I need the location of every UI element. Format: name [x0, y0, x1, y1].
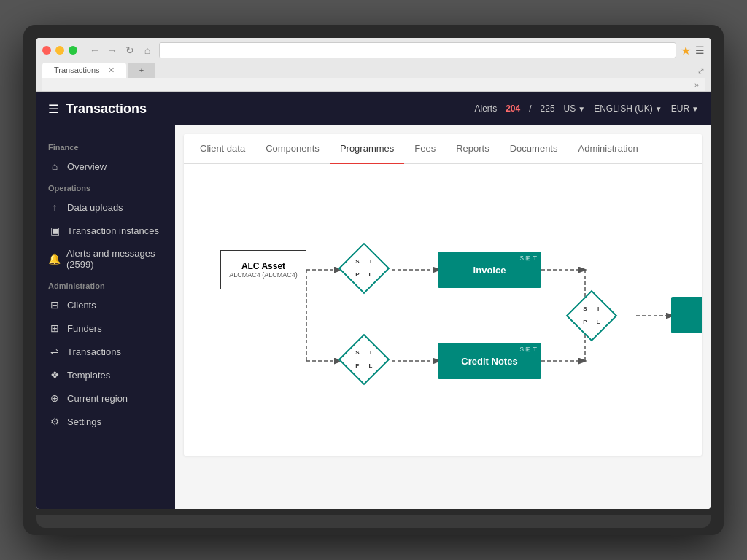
locale-lang-dropdown[interactable]: ENGLISH (UK) ▼ — [594, 104, 662, 114]
sidebar-section-operations: Operations — [36, 178, 175, 195]
sidebar-item-transactions[interactable]: ⇌ Transactions — [36, 340, 175, 363]
tab-client-data[interactable]: Client data — [190, 134, 255, 164]
alerts-total: 225 — [541, 104, 555, 114]
sidebar-toggle-button[interactable]: ☰ — [48, 102, 58, 116]
content-card: Client data Components Programmes Fees — [184, 134, 702, 456]
alerts-current: 204 — [506, 104, 520, 114]
tab-administration[interactable]: Administration — [568, 134, 648, 164]
app-header: ☰ Transactions Alerts 204 / 225 US ▼ ENG… — [36, 92, 711, 125]
tab-label: Transactions — [54, 66, 100, 74]
center-diamond: S I P L — [566, 290, 617, 341]
address-bar[interactable] — [159, 42, 676, 58]
tab-close-icon[interactable]: ✕ — [108, 66, 115, 74]
asset-box: ALC Asset ALCMAC4 (ALCMAC4) — [220, 250, 306, 289]
diagram-area: ALC Asset ALCMAC4 (ALCMAC4) S — [184, 164, 702, 456]
sidebar-item-alerts[interactable]: 🔔 Alerts and messages (2599) — [36, 242, 175, 276]
globe-icon: ⊕ — [48, 392, 61, 404]
bookmark-5[interactable] — [122, 80, 128, 89]
browser-tab-new[interactable]: + — [128, 63, 155, 78]
bookmark-3[interactable] — [85, 80, 91, 89]
bookmark-star-button[interactable]: ★ — [681, 44, 691, 58]
alerts-label: Alerts — [474, 104, 497, 114]
sidebar-item-data-uploads[interactable]: ↑ Data uploads — [36, 195, 175, 219]
tab-components[interactable]: Components — [255, 134, 330, 164]
tab-documents[interactable]: Documents — [500, 134, 568, 164]
sidebar-current-region-label: Current region — [67, 393, 128, 404]
sidebar-item-overview[interactable]: ⌂ Overview — [36, 155, 175, 178]
credit-notes-icons: $ ⊞ T — [520, 346, 537, 353]
laptop-base — [36, 515, 711, 528]
sidebar-transaction-instances-label: Transaction instances — [67, 225, 159, 236]
invoice-icons: $ ⊞ T — [520, 254, 537, 262]
page-title: Transactions — [66, 101, 474, 117]
home-button[interactable]: ⌂ — [140, 43, 155, 58]
browser-tab-transactions[interactable]: Transactions ✕ — [42, 63, 126, 78]
sidebar-item-settings[interactable]: ⚙ Settings — [36, 410, 175, 433]
sidebar-section-administration: Administration — [36, 276, 175, 293]
dot-maximize[interactable] — [69, 46, 77, 55]
laptop-shell: ← → ↻ ⌂ ★ ☰ Transactions ✕ + ⤢ — [23, 25, 724, 535]
us-chevron-icon: ▼ — [578, 105, 585, 113]
tabs-bar: Client data Components Programmes Fees — [184, 134, 702, 164]
browser-bookmarks: » — [42, 78, 705, 91]
bookmark-2[interactable] — [66, 80, 73, 89]
upload-icon: ↑ — [48, 201, 61, 213]
back-button[interactable]: ← — [88, 43, 102, 58]
credit-notes-label: Credit Notes — [461, 356, 517, 367]
transactions-icon: ⇌ — [48, 346, 61, 357]
expand-button[interactable]: ⤢ — [697, 63, 705, 78]
sidebar-section-finance: Finance — [36, 137, 175, 155]
invoice-box: $ ⊞ T Invoice — [438, 252, 541, 288]
sidebar: Finance ⌂ Overview Operations ↑ Data upl… — [36, 125, 175, 509]
bookmark-4[interactable] — [104, 80, 110, 89]
sidebar-funders-label: Funders — [67, 323, 102, 334]
bookmark-1[interactable] — [48, 80, 55, 89]
sidebar-templates-label: Templates — [67, 370, 110, 381]
funders-icon: ⊞ — [48, 322, 61, 334]
tab-programmes[interactable]: Programmes — [330, 134, 404, 164]
currency-chevron-icon: ▼ — [692, 105, 699, 113]
app-body: Finance ⌂ Overview Operations ↑ Data upl… — [36, 125, 711, 509]
main-content: Client data Components Programmes Fees — [175, 125, 711, 509]
asset-title: ALC Asset — [241, 261, 285, 271]
locale-us-label: US — [564, 104, 576, 114]
bottom-left-diamond: S I P L — [338, 334, 390, 385]
tab-reports[interactable]: Reports — [446, 134, 500, 164]
dot-close[interactable] — [42, 46, 51, 55]
alerts-separator: / — [529, 104, 531, 114]
reload-button[interactable]: ↻ — [123, 43, 137, 58]
templates-icon: ❖ — [48, 369, 61, 381]
sidebar-overview-label: Overview — [67, 161, 107, 172]
bookmarks-expand-icon[interactable]: » — [694, 80, 699, 89]
locale-currency-label: EUR — [671, 104, 689, 114]
locale-currency-dropdown[interactable]: EUR ▼ — [671, 104, 699, 114]
sidebar-alerts-label: Alerts and messages (2599) — [66, 248, 163, 270]
laptop-screen: ← → ↻ ⌂ ★ ☰ Transactions ✕ + ⤢ — [36, 38, 711, 509]
clients-icon: ⊟ — [48, 299, 61, 311]
sidebar-data-uploads-label: Data uploads — [67, 202, 123, 213]
sidebar-item-templates[interactable]: ❖ Templates — [36, 363, 175, 386]
credit-notes-box: $ ⊞ T Credit Notes — [438, 343, 541, 379]
browser-menu-button[interactable]: ☰ — [695, 44, 705, 56]
locale-us-dropdown[interactable]: US ▼ — [564, 104, 586, 114]
invoice-label: Invoice — [473, 265, 506, 276]
locale-lang-label: ENGLISH (UK) — [594, 104, 653, 114]
sidebar-item-transaction-instances[interactable]: ▣ Transaction instances — [36, 219, 175, 242]
sidebar-item-clients[interactable]: ⊟ Clients — [36, 293, 175, 316]
dot-minimize[interactable] — [55, 46, 64, 55]
new-tab-label: + — [139, 66, 144, 74]
browser-tabs: Transactions ✕ + ⤢ — [42, 63, 705, 78]
tab-fees[interactable]: Fees — [404, 134, 446, 164]
asset-subtitle: ALCMAC4 (ALCMAC4) — [229, 271, 298, 279]
settings-icon: ⚙ — [48, 416, 61, 427]
forward-button[interactable]: → — [105, 43, 120, 58]
lang-chevron-icon: ▼ — [655, 105, 662, 113]
sidebar-item-current-region[interactable]: ⊕ Current region — [36, 386, 175, 410]
sidebar-item-funders[interactable]: ⊞ Funders — [36, 316, 175, 340]
browser-chrome: ← → ↻ ⌂ ★ ☰ Transactions ✕ + ⤢ — [36, 38, 711, 92]
eligible-box: $ ⊞ E Eligible — [671, 297, 702, 333]
sidebar-transactions-label: Transactions — [67, 346, 121, 357]
header-right: Alerts 204 / 225 US ▼ ENGLISH (UK) ▼ EUR… — [474, 104, 699, 114]
transaction-instances-icon: ▣ — [48, 225, 61, 236]
app-container: ☰ Transactions Alerts 204 / 225 US ▼ ENG… — [36, 92, 711, 509]
